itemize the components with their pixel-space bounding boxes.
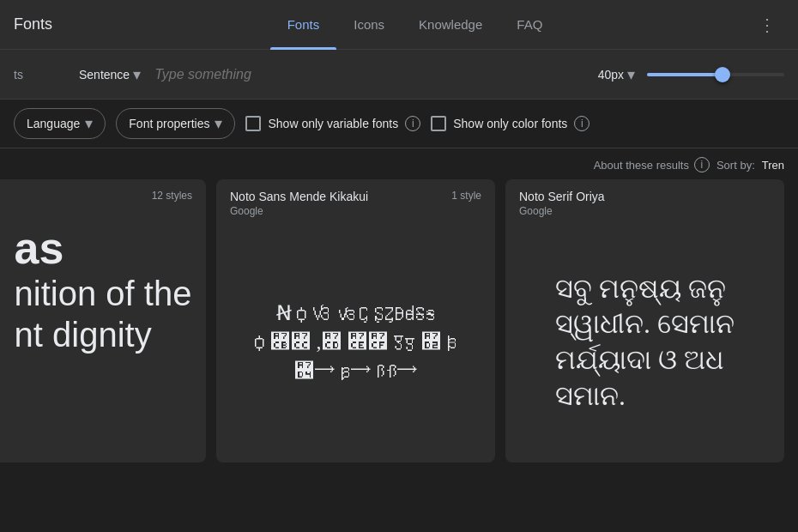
search-input-container <box>154 67 585 82</box>
size-chevron-icon: ▾ <box>627 65 635 84</box>
font-size-slider[interactable] <box>647 73 784 76</box>
card-1-preview-text: as nition of the nt dignity <box>15 224 192 355</box>
about-results-link[interactable]: About these results i <box>594 157 710 172</box>
card-1-header: 12 styles <box>0 179 206 207</box>
card-2-subtitle: Google <box>230 205 368 217</box>
card-2-preview-text: Ꞥ ꟁ Ꟃ ꟃꟄ ꟅꟆꟇꟈꟉꟊ ꟁ ꟋꟌ ,ꟍ ꟎꟏ Ꟑꟑ ꟒ ꟓ ꟔⟶ ꟕ⟶ … <box>255 299 457 386</box>
variable-fonts-checkbox-area[interactable]: Show only variable fonts i <box>245 116 420 131</box>
about-results-info-icon[interactable]: i <box>694 157 710 172</box>
slider-thumb[interactable] <box>715 67 730 82</box>
top-navigation: Fonts Fonts Icons Knowledge FAQ ⋮ <box>0 0 798 50</box>
app-logo: Fonts <box>14 15 52 33</box>
size-control: 40px ▾ <box>593 62 784 88</box>
card-3-preview: ସବୁ ମନୁଷ୍ୟ ଜନୁ ସ୍ୱାଧୀନ. ସେମାନ ମର୍ଯ୍ୟାଦା … <box>505 222 784 462</box>
size-label: 40px <box>598 68 624 82</box>
color-fonts-label: Show only color fonts <box>453 117 567 130</box>
chevron-down-icon: ▾ <box>133 65 141 84</box>
font-card-1[interactable]: 12 styles as nition of the nt dignity <box>0 179 206 462</box>
card-2-preview: Ꞥ ꟁ Ꟃ ꟃꟄ ꟅꟆꟇꟈꟉꟊ ꟁ ꟋꟌ ,ꟍ ꟎꟏ Ꟑꟑ ꟒ ꟓ ꟔⟶ ꟕ⟶ … <box>216 222 495 462</box>
font-properties-filter[interactable]: Font properties ▾ <box>116 108 235 139</box>
card-3-preview-text: ସବୁ ମନୁଷ୍ୟ ଜନୁ ସ୍ୱାଧୀନ. ସେମାନ ମର୍ଯ୍ୟାଦା … <box>555 271 735 414</box>
card-3-meta: Noto Serif Oriya Google <box>519 190 605 217</box>
color-fonts-checkbox[interactable] <box>431 116 446 131</box>
variable-fonts-checkbox[interactable] <box>245 116 261 131</box>
sort-value: Tren <box>762 159 784 172</box>
sort-label: Sort by: <box>716 159 755 172</box>
font-properties-label: Font properties <box>129 117 209 130</box>
language-chevron-icon: ▾ <box>85 114 93 133</box>
font-cards-grid: 12 styles as nition of the nt dignity No… <box>0 179 798 476</box>
nav-tabs: Fonts Icons Knowledge FAQ <box>80 0 750 50</box>
language-filter[interactable]: Language ▾ <box>14 108 106 139</box>
tab-faq[interactable]: FAQ <box>499 0 559 50</box>
about-results-label: About these results <box>594 159 689 172</box>
tab-fonts[interactable]: Fonts <box>270 0 337 50</box>
sentence-dropdown[interactable]: Sentence ▾ <box>72 60 148 89</box>
card-2-styles: 1 style <box>451 190 481 202</box>
card-3-title: Noto Serif Oriya <box>519 190 605 203</box>
variable-fonts-label: Show only variable fonts <box>268 117 398 130</box>
card-2-meta: Noto Sans Mende Kikakui Google <box>230 190 368 217</box>
slider-fill <box>647 73 722 76</box>
card-3-subtitle: Google <box>519 205 605 217</box>
font-card-2[interactable]: Noto Sans Mende Kikakui Google 1 style Ꞥ… <box>216 179 495 462</box>
more-menu-button[interactable]: ⋮ <box>750 8 784 42</box>
color-fonts-checkbox-area[interactable]: Show only color fonts i <box>431 116 589 131</box>
tab-icons[interactable]: Icons <box>336 0 402 50</box>
font-card-3[interactable]: Noto Serif Oriya Google ସବୁ ମନୁଷ୍ୟ ଜନୁ ସ… <box>505 179 784 462</box>
search-bar: ts Sentence ▾ 40px ▾ <box>0 50 798 100</box>
card-2-title: Noto Sans Mende Kikakui <box>230 190 368 203</box>
search-input[interactable] <box>154 67 585 82</box>
results-meta: About these results i Sort by: Tren <box>0 148 798 179</box>
card-1-preview: as nition of the nt dignity <box>0 207 206 462</box>
card-1-styles: 12 styles <box>152 190 192 202</box>
variable-fonts-info-icon[interactable]: i <box>405 116 420 131</box>
color-fonts-info-icon[interactable]: i <box>574 116 589 131</box>
size-dropdown[interactable]: 40px ▾ <box>593 62 640 88</box>
font-properties-chevron-icon: ▾ <box>215 114 222 133</box>
filter-bar: Language ▾ Font properties ▾ Show only v… <box>0 100 798 148</box>
card-2-header: Noto Sans Mende Kikakui Google 1 style <box>216 179 495 222</box>
sentence-label: Sentence <box>79 68 130 82</box>
language-label: Language <box>27 117 80 130</box>
search-left-text: ts <box>14 68 65 82</box>
card-3-header: Noto Serif Oriya Google <box>505 179 784 222</box>
tab-knowledge[interactable]: Knowledge <box>402 0 499 50</box>
